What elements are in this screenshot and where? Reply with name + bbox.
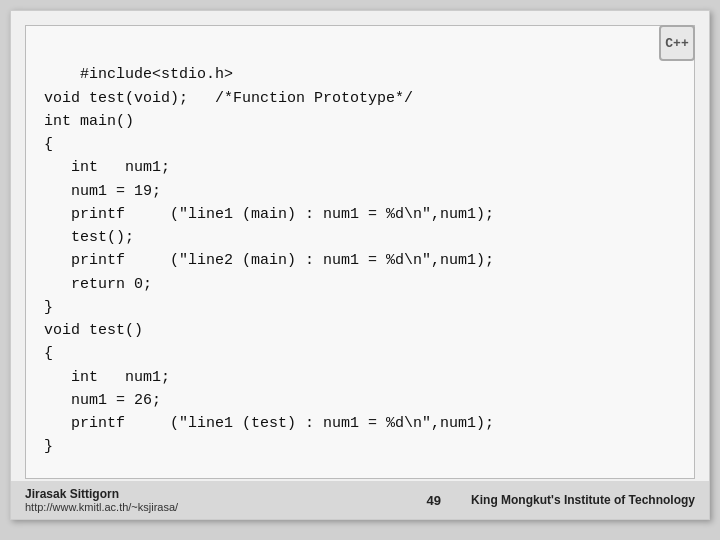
footer-left: Jirasak Sittigorn http://www.kmitl.ac.th… <box>25 487 178 513</box>
footer-page: 49 <box>427 493 441 508</box>
logo-text: C++ <box>665 36 688 51</box>
footer-institution: King Mongkut's Institute of Technology <box>471 493 695 507</box>
footer-right: 49 King Mongkut's Institute of Technolog… <box>427 493 695 508</box>
logo-badge: C++ <box>659 25 695 61</box>
footer: Jirasak Sittigorn http://www.kmitl.ac.th… <box>11 481 709 519</box>
slide-container: C++ #include<stdio.h> void test(void); /… <box>10 10 710 520</box>
footer-author: Jirasak Sittigorn <box>25 487 178 501</box>
footer-url: http://www.kmitl.ac.th/~ksjirasa/ <box>25 501 178 513</box>
code-block: #include<stdio.h> void test(void); /*Fun… <box>25 25 695 479</box>
code-line-1: #include<stdio.h> void test(void); /*Fun… <box>44 66 494 455</box>
